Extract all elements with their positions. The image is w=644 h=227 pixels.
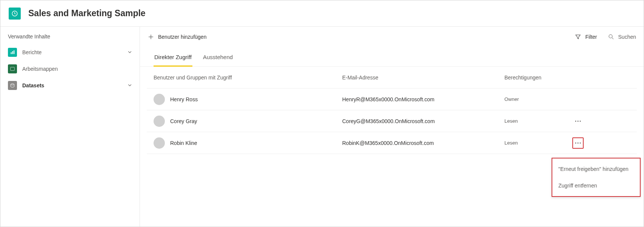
user-email: HenryR@M365x0000.OnMicrosoft.com	[342, 96, 504, 102]
sidebar-item-datasets[interactable]: Datasets	[0, 77, 140, 94]
chart-bar-icon	[8, 48, 17, 57]
tab-pending[interactable]: Ausstehend	[202, 51, 234, 66]
svg-point-11	[578, 142, 579, 143]
sidebar-item-label: Arbeitsmappen	[22, 66, 132, 72]
dataset-icon	[8, 81, 17, 90]
tabs: Direkter Zugriff Ausstehend	[140, 47, 644, 67]
sidebar: Verwandte Inhalte Berichte Arbeitsmappen…	[0, 27, 140, 227]
svg-rect-2	[12, 51, 13, 54]
chevron-down-icon	[128, 82, 132, 88]
toolbar: Benutzer hinzufügen Filter Suchen	[140, 27, 644, 47]
avatar	[154, 137, 165, 149]
user-permission: Owner	[504, 96, 572, 102]
page-header: Sales and Marketing Sample	[0, 0, 644, 27]
svg-point-6	[609, 35, 612, 38]
sidebar-item-label: Berichte	[22, 49, 128, 55]
user-email: CoreyG@M365x0000.OnMicrosoft.com	[342, 118, 504, 124]
user-email: RobinK@M365x0000.OnMicrosoft.com	[342, 140, 504, 146]
chevron-down-icon	[128, 49, 132, 55]
app-icon	[9, 8, 21, 20]
table-row: Corey Gray CoreyG@M365x0000.OnMicrosoft.…	[147, 110, 637, 132]
tab-direct-access[interactable]: Direkter Zugriff	[154, 51, 192, 67]
svg-rect-3	[14, 50, 14, 54]
menu-add-reshare[interactable]: "Erneut freigeben" hinzufügen	[552, 161, 640, 177]
sidebar-item-workbooks[interactable]: Arbeitsmappen	[0, 61, 140, 77]
filter-button[interactable]: Filter	[575, 34, 597, 40]
search-placeholder: Suchen	[618, 34, 636, 40]
svg-point-7	[575, 120, 576, 122]
menu-remove-access[interactable]: Zugriff entfernen	[552, 177, 640, 194]
svg-point-12	[580, 142, 581, 143]
user-name: Corey Gray	[170, 118, 197, 124]
context-menu: "Erneut freigeben" hinzufügen Zugriff en…	[552, 158, 641, 197]
user-name: Robin Kline	[170, 140, 197, 146]
more-options-button[interactable]	[572, 137, 584, 149]
filter-label: Filter	[585, 34, 597, 40]
sidebar-item-label: Datasets	[22, 82, 128, 88]
search-input-group[interactable]: Suchen	[608, 34, 636, 40]
plus-icon	[148, 34, 154, 40]
svg-point-9	[580, 120, 581, 122]
svg-rect-4	[11, 67, 15, 71]
workbook-icon	[8, 64, 17, 73]
avatar	[154, 116, 165, 127]
table-row: Henry Ross HenryR@M365x0000.OnMicrosoft.…	[147, 88, 637, 110]
col-users: Benutzer und Gruppen mit Zugriff	[154, 75, 342, 81]
user-permission: Lesen	[504, 118, 572, 124]
user-name: Henry Ross	[170, 96, 198, 102]
filter-icon	[575, 34, 581, 40]
col-perm: Berechtigungen	[504, 75, 572, 81]
svg-rect-1	[11, 52, 12, 54]
sidebar-item-reports[interactable]: Berichte	[0, 44, 140, 61]
col-email: E-Mail-Adresse	[342, 75, 504, 81]
svg-point-5	[11, 84, 14, 85]
avatar	[154, 94, 165, 105]
user-permission: Lesen	[504, 140, 572, 146]
table-row: Robin Kline RobinK@M365x0000.OnMicrosoft…	[147, 132, 637, 154]
sidebar-heading: Verwandte Inhalte	[0, 31, 140, 44]
svg-point-8	[578, 120, 579, 122]
add-user-button[interactable]: Benutzer hinzufügen	[148, 34, 206, 40]
svg-point-10	[575, 142, 576, 143]
search-icon	[608, 34, 615, 40]
access-table: Benutzer und Gruppen mit Zugriff E-Mail-…	[140, 67, 644, 154]
table-header: Benutzer und Gruppen mit Zugriff E-Mail-…	[147, 67, 637, 88]
more-options-button[interactable]	[572, 116, 584, 127]
page-title: Sales and Marketing Sample	[28, 8, 146, 18]
add-user-label: Benutzer hinzufügen	[158, 34, 206, 40]
